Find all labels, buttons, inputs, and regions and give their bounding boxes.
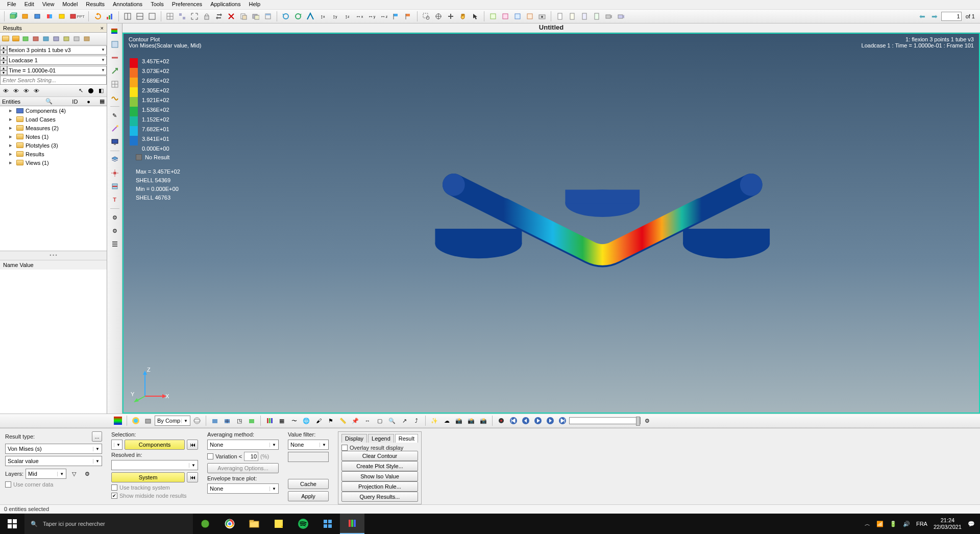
vt-gear2-icon[interactable]: ⚙ (109, 225, 120, 236)
vt-vector-icon[interactable] (109, 65, 120, 77)
tb-flag-icon[interactable] (390, 11, 402, 22)
use-tracking-checkbox[interactable] (111, 484, 117, 491)
tb-grid1-icon[interactable] (164, 11, 176, 22)
ft-eye2-icon[interactable]: 👁 (11, 86, 20, 95)
vtb-colorwheel-icon[interactable] (130, 415, 141, 426)
tb-doc4-icon[interactable] (591, 11, 602, 22)
variation-checkbox[interactable] (207, 453, 213, 459)
vtb-trans-icon[interactable]: ◳ (234, 415, 245, 426)
tray-notifications-icon[interactable]: 💬 (968, 521, 975, 527)
time-select[interactable]: Time = 1.0000e-01▼ (7, 66, 107, 75)
tray-chevron-icon[interactable]: ︿ (865, 520, 870, 528)
tb-cam1-icon[interactable] (603, 11, 615, 22)
ft-more-icon[interactable]: ◧ (96, 86, 106, 95)
taskbar-app-spotify[interactable] (291, 514, 315, 534)
vt-iso-icon[interactable] (109, 39, 120, 50)
vtb-curve-icon[interactable]: 〜 (288, 415, 300, 426)
variation-input[interactable] (244, 452, 258, 461)
taskbar-app-chrome[interactable] (217, 514, 242, 534)
use-corner-checkbox[interactable] (5, 481, 11, 488)
cache-button[interactable]: Cache (288, 479, 329, 489)
system-button[interactable]: System (111, 472, 185, 482)
clear-contour-button[interactable]: Clear Contour (341, 451, 418, 461)
entity-search-input[interactable] (0, 76, 107, 85)
vtb-flag-icon[interactable]: ⚑ (325, 415, 336, 426)
vtb-gear-icon[interactable]: ⚙ (642, 415, 653, 426)
tb-cube-green-icon[interactable] (8, 11, 19, 22)
tree-item-plotstyles[interactable]: ▸Plotstyles (3) (0, 141, 107, 150)
tb-overlay-icon[interactable] (250, 11, 261, 22)
page-number-input[interactable] (941, 12, 962, 21)
avg-options-button[interactable]: Averaging Options... (207, 463, 279, 473)
menu-annotations[interactable]: Annotations (109, 0, 146, 9)
time-prev-icon[interactable]: ▲ (0, 66, 7, 70)
menu-model[interactable]: Model (58, 0, 82, 9)
menu-results[interactable]: Results (82, 0, 109, 9)
vtb-cam3-icon[interactable]: 📸 (478, 415, 489, 426)
taskbar-app-notes[interactable] (266, 514, 291, 534)
menu-help[interactable]: Help (244, 0, 264, 9)
close-tab-icon[interactable]: × (101, 25, 104, 31)
tray-wifi-icon[interactable]: 📶 (876, 521, 884, 527)
vtb-hash-icon[interactable]: ▦ (276, 415, 287, 426)
vtb-mesh-icon[interactable] (222, 415, 233, 426)
tb-snap1-icon[interactable] (487, 11, 499, 22)
model-next-icon[interactable]: ▼ (0, 50, 7, 55)
query-results-button[interactable]: Query Results... (341, 492, 418, 502)
vtb-cam2-icon[interactable]: 📸 (465, 415, 477, 426)
vt-wand-icon[interactable] (109, 123, 120, 134)
tree-item-views[interactable]: ▸Views (1) (0, 158, 107, 167)
tb-cube-blue-icon[interactable] (32, 11, 43, 22)
tb-axis-y2-icon[interactable]: ↔y (366, 11, 377, 22)
viewport[interactable]: Contour Plot Von Mises(Scalar value, Mid… (122, 33, 980, 414)
tree-item-loadcases[interactable]: ▸Load Cases (0, 115, 107, 124)
vt-gear1-icon[interactable]: ⚙ (109, 212, 120, 223)
bt-cube5-icon[interactable] (62, 34, 71, 43)
sel-collapse-button[interactable]: ⏮ (187, 440, 198, 450)
tb-cube-multi-icon[interactable] (44, 11, 56, 22)
taskbar-app-grid[interactable] (315, 514, 340, 534)
tb-axis-z2-icon[interactable]: ↔z (378, 11, 389, 22)
vtb-globe-icon[interactable]: 🌐 (301, 415, 312, 426)
tree-item-results[interactable]: ▸Results (0, 150, 107, 158)
tray-battery-icon[interactable]: 🔋 (890, 521, 897, 527)
vtb-shaded-icon[interactable] (209, 415, 220, 426)
vt-section-icon[interactable] (109, 181, 120, 192)
tab-display[interactable]: Display (341, 434, 367, 443)
tree-item-notes[interactable]: ▸Notes (1) (0, 132, 107, 141)
create-plot-button[interactable]: Create Plot Style... (341, 461, 418, 471)
start-button[interactable] (0, 514, 24, 534)
layers-settings-icon[interactable]: ⚙ (82, 468, 93, 479)
bt-cube7-icon[interactable] (83, 34, 92, 43)
vtb-wire-icon[interactable] (191, 415, 203, 426)
bt-cube4-icon[interactable] (52, 34, 61, 43)
taskbar-search[interactable]: 🔍 Taper ici pour rechercher (24, 514, 193, 534)
tb-circle-target-icon[interactable] (433, 11, 444, 22)
tb-lock-icon[interactable] (201, 11, 212, 22)
vt-monitor-icon[interactable] (109, 136, 120, 148)
vt-beam-icon[interactable] (109, 52, 120, 63)
vtb-pin-icon[interactable]: 📌 (350, 415, 361, 426)
vtb-next-icon[interactable] (545, 415, 556, 426)
tb-layout1-icon[interactable] (122, 11, 133, 22)
tb-window-icon[interactable] (262, 11, 274, 22)
tb-cube-orange-icon[interactable] (20, 11, 31, 22)
vt-pencil-icon[interactable]: ✎ (109, 110, 120, 121)
vt-deform-icon[interactable] (109, 92, 120, 103)
vtb-green-icon[interactable] (246, 415, 257, 426)
tb-snap4-icon[interactable] (524, 11, 535, 22)
vtb-arrow-icon[interactable]: ↗ (399, 415, 410, 426)
time-next-icon[interactable]: ▼ (0, 70, 7, 75)
vtb-rainbow-icon[interactable] (112, 415, 124, 426)
taskbar-app-1[interactable] (193, 514, 217, 534)
taskbar-app-hyperview[interactable] (340, 514, 364, 534)
overlay-checkbox[interactable] (341, 445, 348, 451)
result-type-browse-button[interactable]: ... (92, 431, 102, 442)
tab-result[interactable]: Result (395, 434, 418, 443)
value-filter-select[interactable]: None▼ (288, 440, 329, 450)
ft-eye4-icon[interactable]: 👁 (32, 86, 41, 95)
ft-color-icon[interactable] (86, 86, 95, 95)
vt-list-icon[interactable] (109, 238, 120, 250)
menu-preferences[interactable]: Preferences (168, 0, 206, 9)
bt-folder-icon[interactable] (1, 34, 10, 43)
